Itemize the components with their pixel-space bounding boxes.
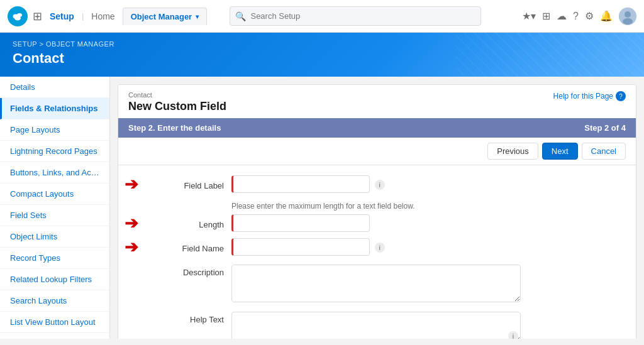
- form-body-hint-block: Please enter the maximum length for a te…: [231, 202, 623, 211]
- sidebar: Details Fields & Relationships Page Layo…: [0, 77, 110, 339]
- sidebar-item-page-layouts[interactable]: Page Layouts: [0, 119, 109, 141]
- sidebar-item-hierarchy-columns[interactable]: Hierarchy Columns: [0, 333, 109, 339]
- search-bar: 🔍: [230, 6, 481, 26]
- bell-icon[interactable]: 🔔: [600, 10, 613, 22]
- svg-point-2: [14, 16, 21, 20]
- new-item-icon[interactable]: ⊞: [542, 10, 550, 22]
- banner-decoration: [455, 33, 644, 77]
- description-label: Description: [131, 265, 231, 277]
- nav-divider: |: [82, 11, 84, 21]
- sidebar-item-search-layouts[interactable]: Search Layouts: [0, 290, 109, 312]
- sidebar-item-related-lookup-filters[interactable]: Related Lookup Filters: [0, 269, 109, 290]
- description-field: [231, 265, 623, 304]
- settings-icon[interactable]: ⚙: [585, 10, 594, 22]
- help-text-info-icon[interactable]: i: [508, 331, 518, 339]
- top-nav: ⊞ Setup | Home Object Manager ▾ 🔍 ★▾ ⊞ ☁…: [0, 0, 644, 33]
- chevron-down-icon: ▾: [196, 13, 199, 20]
- field-name-arrow: ➔: [125, 239, 138, 255]
- form-body: ➔ Field Label i Please enter the maximum…: [118, 165, 636, 339]
- length-hint-text: Please enter the maximum length for a te…: [231, 202, 623, 211]
- help-text-row: Help Text i: [131, 312, 623, 339]
- form-card-top: Contact New Custom Field Help for this P…: [118, 85, 636, 118]
- form-card: Contact New Custom Field Help for this P…: [118, 84, 636, 339]
- field-name-field: i: [231, 238, 623, 256]
- cloud-icon[interactable]: ☁: [557, 10, 567, 22]
- grid-icon[interactable]: ⊞: [33, 9, 42, 23]
- next-button[interactable]: Next: [542, 143, 578, 160]
- sidebar-item-fields-relationships[interactable]: Fields & Relationships: [0, 98, 109, 119]
- help-text-field: i: [231, 312, 623, 339]
- breadcrumb-setup[interactable]: SETUP: [13, 40, 37, 48]
- sidebar-item-list-view-button-layout[interactable]: List View Button Layout: [0, 312, 109, 333]
- field-name-label: Field Name: [131, 241, 231, 253]
- length-input[interactable]: [231, 214, 370, 232]
- search-icon: 🔍: [235, 11, 246, 21]
- previous-button[interactable]: Previous: [487, 143, 538, 160]
- nav-right-icons: ★▾ ⊞ ☁ ? ⚙ 🔔: [522, 8, 636, 25]
- form-title: New Custom Field: [128, 100, 226, 113]
- field-label-input[interactable]: [231, 175, 370, 193]
- field-label-field: i: [231, 175, 623, 193]
- step-actions: Previous Next Cancel: [118, 138, 636, 165]
- help-text-textarea[interactable]: [231, 312, 521, 339]
- field-name-info-icon[interactable]: i: [375, 243, 385, 253]
- avatar[interactable]: [619, 8, 636, 25]
- breadcrumb-separator: >: [40, 40, 46, 48]
- main-layout: Details Fields & Relationships Page Layo…: [0, 77, 644, 339]
- sidebar-item-lightning-record-pages[interactable]: Lightning Record Pages: [0, 141, 109, 162]
- sidebar-item-field-sets[interactable]: Field Sets: [0, 205, 109, 226]
- home-nav-item[interactable]: Home: [91, 11, 114, 21]
- length-label: Length: [131, 217, 231, 229]
- field-label-label: Field Label: [131, 178, 231, 190]
- length-field: [231, 214, 623, 232]
- help-text-label: Help Text: [131, 312, 231, 324]
- breadcrumb-object-manager[interactable]: OBJECT MANAGER: [46, 40, 114, 48]
- field-label-info-icon[interactable]: i: [375, 180, 385, 190]
- page-header-banner: SETUP > OBJECT MANAGER Contact: [0, 33, 644, 77]
- sidebar-item-compact-layouts[interactable]: Compact Layouts: [0, 183, 109, 205]
- help-icon-circle: ?: [616, 91, 626, 101]
- sidebar-item-object-limits[interactable]: Object Limits: [0, 226, 109, 248]
- field-label-arrow: ➔: [125, 176, 138, 192]
- sidebar-item-record-types[interactable]: Record Types: [0, 248, 109, 269]
- object-manager-tab[interactable]: Object Manager ▾: [123, 8, 208, 25]
- help-link-text: Help for this Page: [553, 92, 613, 101]
- search-input[interactable]: [230, 6, 481, 26]
- step-label: Step 2. Enter the details: [128, 123, 221, 133]
- content-area: Contact New Custom Field Help for this P…: [110, 77, 644, 339]
- svg-point-4: [625, 11, 631, 18]
- field-name-input[interactable]: [231, 238, 370, 256]
- description-row: Description: [131, 265, 623, 304]
- object-context-label: Contact: [128, 91, 226, 99]
- salesforce-logo[interactable]: [8, 6, 28, 26]
- svg-point-5: [623, 18, 633, 25]
- description-textarea[interactable]: [231, 265, 521, 302]
- setup-label[interactable]: Setup: [50, 11, 74, 21]
- cancel-button[interactable]: Cancel: [582, 143, 626, 160]
- sidebar-item-buttons-links-actions[interactable]: Buttons, Links, and Actions: [0, 162, 109, 183]
- favorites-icon[interactable]: ★▾: [522, 10, 536, 22]
- sidebar-item-details[interactable]: Details: [0, 77, 109, 98]
- form-card-title-block: Contact New Custom Field: [128, 91, 226, 113]
- step-indicator: Step 2 of 4: [584, 123, 626, 133]
- help-icon[interactable]: ?: [573, 11, 579, 22]
- object-manager-tab-label: Object Manager: [131, 12, 192, 21]
- help-link[interactable]: Help for this Page ?: [553, 91, 626, 101]
- step-header: Step 2. Enter the details Step 2 of 4: [118, 118, 636, 138]
- length-arrow: ➔: [125, 215, 138, 231]
